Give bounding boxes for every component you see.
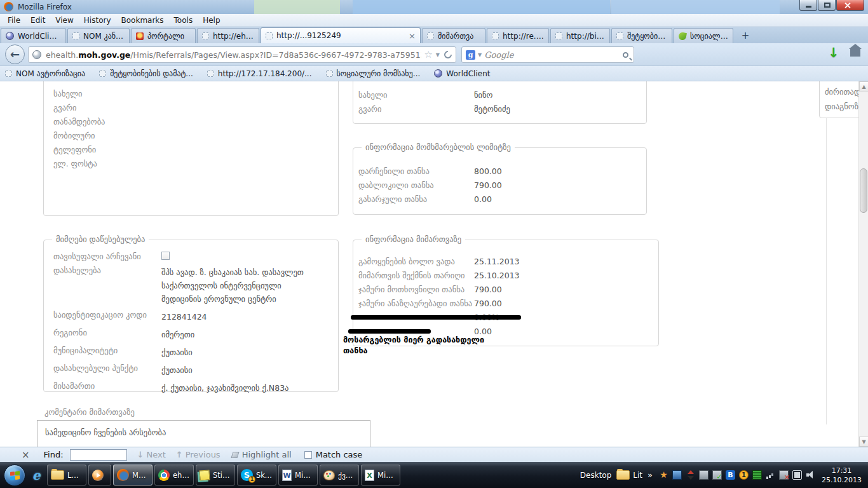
tray-volume-icon[interactable] [806,470,815,480]
search-box[interactable]: g ▼ [461,46,634,63]
tab-mimartva[interactable]: მიმართვა [422,28,485,43]
taskbar-button-skype[interactable]: S1 Skyp... [237,464,276,485]
tab-close-icon[interactable]: × [409,32,416,40]
vertical-scrollbar[interactable]: ▲ ▼ [858,81,868,447]
desktop-toolbar[interactable]: Desktop [580,471,612,480]
screen: Mozilla Firefox File Edit View History B… [0,0,868,488]
highlight-all-button[interactable]: Highlight all [232,450,292,459]
url-bar[interactable]: ehealth.moh.gov.ge/Hmis/Referrals/Pages/… [28,46,456,63]
bookmark-worldclient[interactable]: WorldClient [434,69,490,78]
search-input[interactable] [484,50,623,60]
menu-file[interactable]: File [3,15,25,26]
field-value: 25.11.2013 [474,257,520,266]
tray-display-icon[interactable] [672,470,682,480]
comment-textarea[interactable]: სამედიცინო ჩვენების არსებობა [37,420,370,447]
menu-bookmarks[interactable]: Bookmarks [116,15,169,26]
reload-icon[interactable] [443,50,454,60]
match-case-checkbox[interactable] [304,451,312,459]
taskbar-button-paint[interactable]: ქვეყო... [320,464,359,485]
menu-edit[interactable]: Edit [25,15,50,26]
menu-help[interactable]: Help [198,15,225,26]
tab-notifications[interactable]: შეტყობინების და... [611,28,672,43]
lit-toolbar[interactable]: Lit [633,471,642,480]
start-button[interactable] [4,464,25,486]
field-value: ქუთაისი [161,346,313,359]
tab-portal[interactable]: პორტალი [131,28,196,43]
field-value: 0.00 [474,194,492,204]
free-choice-checkbox[interactable] [161,252,170,260]
new-tab-button[interactable]: + [738,29,752,42]
firefox-icon [117,469,129,481]
tab-social-services[interactable]: სოციალური მომ... [674,28,733,43]
scroll-down-icon[interactable]: ▼ [859,437,868,447]
placeholder-favicon [207,70,214,77]
tab-bi-879298af6[interactable]: http://bi...879298af6 [550,28,610,43]
menu-view[interactable]: View [50,15,78,26]
tray-signal-strength-icon[interactable] [766,470,775,480]
placeholder-favicon [492,32,499,39]
tab-nom-chancellery[interactable]: NOM კანცელარია [67,28,130,43]
bookmarks-bar: NOM ავტორიზაცია შეტყობინების დამატ... ht… [0,66,868,81]
excel-icon: X [365,470,374,481]
match-case-option[interactable]: Match case [304,450,363,459]
bookmark-star-icon[interactable]: ☆ [424,49,432,60]
tray-bluetooth-icon[interactable]: B [726,470,735,480]
taskbar-button-logics[interactable]: Logics [47,464,86,485]
bookmark-nom-authorization[interactable]: NOM ავტორიზაცია [5,69,85,78]
scrollbar-thumb[interactable] [860,168,867,213]
find-previous-button[interactable]: ↑ Previous [176,450,220,459]
taskbar-clock[interactable]: 17:31 25.10.2013 [822,466,862,485]
toolbar-chevron-icon[interactable]: » [648,470,653,480]
url-text[interactable]: ehealth.moh.gov.ge/Hmis/Referrals/Pages/… [46,50,421,60]
taskbar-button-word[interactable]: W Micr... [278,464,318,485]
globe-icon [6,32,14,40]
find-close-icon[interactable]: × [22,449,30,461]
tray-update-badge-icon[interactable]: 1 [739,470,749,480]
google-favicon: g [466,50,475,60]
taskbar-button-sticky-notes[interactable]: Stick... [196,464,235,485]
minimize-button[interactable] [799,0,817,11]
menu-history[interactable]: History [79,15,116,26]
url-dropdown-icon[interactable]: ▼ [436,52,440,58]
maximize-button[interactable] [818,0,836,11]
windows-logo-icon [10,471,20,480]
placeholder-favicon [202,32,209,39]
menu-tools[interactable]: Tools [169,15,198,26]
tray-network-traffic-icon[interactable] [686,470,695,480]
download-icon[interactable]: ↓ [828,45,839,60]
find-next-button[interactable]: ↓ Next [137,450,166,459]
diagnosis-label-line2: დიაგნოზი [825,99,858,114]
background-window-glimpse [254,0,340,14]
field-label: დასახლებული პუნქტი [44,363,161,377]
search-engine-dropdown-icon[interactable]: ▼ [478,52,482,58]
tray-battery-icon[interactable] [792,470,802,480]
tray-security-check-icon[interactable] [712,470,722,480]
search-icon[interactable] [623,52,628,58]
taskbar-button-excel[interactable]: X Mic... [361,464,400,485]
home-icon[interactable] [850,49,860,57]
bookmark-172-17-184-200[interactable]: http://172.17.184.200/... [207,69,312,78]
scroll-up-icon[interactable]: ▲ [859,81,868,92]
find-input[interactable] [70,449,127,461]
tab-list-aspx[interactable]: http://eh...List.aspx [197,28,259,43]
tray-network-error-icon[interactable] [779,470,789,480]
tray-activity-icon[interactable] [752,470,762,480]
maximize-icon [824,3,831,8]
bookmark-social-services[interactable]: სოციალური მომსახუ... [326,69,421,78]
site-identity-icon[interactable] [32,50,41,59]
bookmark-add-notification[interactable]: შეტყობინების დამატ... [99,69,193,78]
taskbar-button-media-player[interactable] [88,464,111,485]
sticky-notes-icon [199,470,210,480]
back-button[interactable]: ← [5,44,25,64]
close-button[interactable] [836,0,864,11]
taskbar-button-firefox[interactable]: Mozil... [113,464,153,485]
tab-worldclient[interactable]: WorldClient [1,28,66,43]
tray-star-icon[interactable]: ★ [659,470,668,480]
tab-re-c613b44d[interactable]: http://re...c613b44d [487,28,549,43]
internet-explorer-icon[interactable]: e [28,468,44,483]
tray-monitor-icon[interactable] [699,470,709,480]
field-label: გვარი [44,103,161,112]
tab-active-referral[interactable]: http://...9125249 × [261,27,421,43]
taskbar-button-chrome[interactable]: eheal... [154,464,194,485]
field-value: 790.00 [474,285,502,294]
